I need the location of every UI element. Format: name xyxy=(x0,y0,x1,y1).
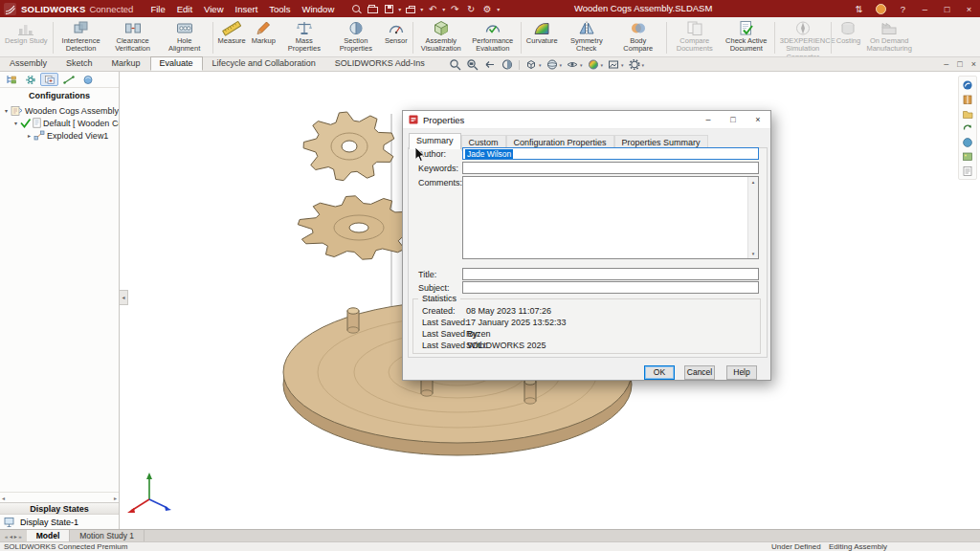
ribbon-tool-curvature[interactable]: Curvature xyxy=(523,18,561,56)
save-dropdown-caret[interactable]: ▾ xyxy=(398,6,401,12)
dialog-maximize-button[interactable]: □ xyxy=(721,111,746,129)
ribbon-tool-markup[interactable]: Markup xyxy=(249,18,278,56)
comments-scrollbar[interactable]: ▴▾ xyxy=(747,177,758,258)
tree-item-configuration-root[interactable]: ▾ Wooden Cogs Assembly Configu xyxy=(0,104,119,117)
dialog-minimize-button[interactable]: – xyxy=(696,111,721,129)
tab-lifecycle-and-collaboration[interactable]: Lifecycle and Collaboration xyxy=(203,56,325,71)
zoom-fit-icon[interactable] xyxy=(448,58,463,72)
expand-caret-icon[interactable]: ▾ xyxy=(11,120,20,126)
tab-motion-study-1[interactable]: Motion Study 1 xyxy=(70,530,145,541)
open-icon[interactable] xyxy=(366,2,379,15)
tree-item-default-configuration[interactable]: ▾ Default [ Wooden Cogs A xyxy=(0,117,119,129)
title-input[interactable] xyxy=(462,268,759,280)
design-library-icon[interactable] xyxy=(960,93,975,105)
display-state-item[interactable]: Display State-1 xyxy=(0,515,119,529)
ribbon-tool-mass-properties[interactable]: Mass Properties xyxy=(278,18,330,56)
ribbon-tool-sensor[interactable]: Sensor xyxy=(382,18,411,56)
tab-scroll-arrows[interactable]: « ◂ ▸ » xyxy=(0,530,27,541)
doc-restore-icon[interactable]: □ xyxy=(957,59,962,69)
dialog-close-button[interactable]: × xyxy=(746,111,770,129)
appearances-icon[interactable] xyxy=(960,136,975,148)
section-view-icon[interactable] xyxy=(500,58,515,72)
ribbon-tool-performance-evaluation[interactable]: Performance Evaluation xyxy=(467,18,519,56)
previous-view-icon[interactable] xyxy=(482,58,498,72)
apply-scene-icon[interactable]: ▾ xyxy=(606,58,625,72)
ok-button[interactable]: OK xyxy=(644,365,675,380)
feature-tree-tab-icon[interactable] xyxy=(2,73,20,86)
help-button[interactable]: Help xyxy=(726,365,757,380)
tab-model[interactable]: Model xyxy=(27,530,71,541)
sync-status-icon[interactable] xyxy=(960,121,975,134)
undo-icon[interactable]: ↶ xyxy=(426,2,439,15)
options-icon[interactable]: ⚙ xyxy=(480,2,494,15)
configuration-manager-tab-icon[interactable] xyxy=(40,73,58,86)
scenes-icon[interactable] xyxy=(960,150,975,163)
dimxpert-manager-tab-icon[interactable] xyxy=(59,73,78,86)
dialog-titlebar[interactable]: Properties – □ × xyxy=(403,111,770,129)
tab-assembly[interactable]: Assembly xyxy=(0,56,56,71)
scroll-left-icon[interactable]: ◂ xyxy=(2,495,5,501)
menu-tools[interactable]: Tools xyxy=(263,2,296,16)
menu-insert[interactable]: Insert xyxy=(230,2,264,16)
search-icon[interactable] xyxy=(349,2,363,15)
minimize-button[interactable]: – xyxy=(914,4,936,14)
3dexperience-icon[interactable] xyxy=(960,78,975,91)
save-icon[interactable] xyxy=(382,2,395,15)
ribbon-tool-on-demand-manufacturing[interactable]: On Demand Manufacturing xyxy=(863,18,915,56)
view-orientation-icon[interactable]: ▾ xyxy=(523,58,543,72)
view-settings-icon[interactable]: ▾ xyxy=(627,58,646,72)
ribbon-tool-measure[interactable]: Measure xyxy=(215,18,249,56)
tree-item-exploded-view[interactable]: ▸ Exploded View1 xyxy=(0,129,119,142)
custom-properties-icon[interactable] xyxy=(960,165,975,177)
ribbon-tool-costing[interactable]: Costing xyxy=(834,18,863,56)
collapsed-caret-icon[interactable]: ▸ xyxy=(25,132,33,139)
user-avatar[interactable] xyxy=(876,4,886,14)
print-icon[interactable] xyxy=(404,2,417,15)
display-manager-tab-icon[interactable] xyxy=(78,73,97,86)
rebuild-icon[interactable]: ↻ xyxy=(464,2,478,15)
edit-appearance-icon[interactable]: ▾ xyxy=(586,58,605,72)
ribbon-tool-assembly-visualization[interactable]: Assembly Visualization xyxy=(415,18,467,56)
ribbon-tool-section-properties[interactable]: Section Properties xyxy=(330,18,382,56)
menu-window[interactable]: Window xyxy=(296,2,340,16)
tab-solidworks-add-ins[interactable]: SOLIDWORKS Add-Ins xyxy=(325,56,434,71)
undo-dropdown-caret[interactable]: ▾ xyxy=(442,6,445,12)
file-explorer-icon[interactable] xyxy=(960,107,975,120)
hide-show-items-icon[interactable]: ▾ xyxy=(565,58,584,72)
display-style-icon[interactable]: ▾ xyxy=(545,58,564,72)
ribbon-tool-design-study[interactable]: Design Study xyxy=(2,18,51,56)
ribbon-tool-hole-alignment[interactable]: Hole Alignment xyxy=(159,18,211,56)
doc-close-icon[interactable]: × xyxy=(971,59,976,69)
zoom-area-icon[interactable] xyxy=(465,58,480,72)
menu-file[interactable]: File xyxy=(145,2,170,16)
redo-icon[interactable]: ↷ xyxy=(448,2,461,15)
scroll-right-icon[interactable]: ▸ xyxy=(114,495,117,501)
ribbon-tool-check-active-document[interactable]: Check Active Document xyxy=(721,18,772,56)
tab-sketch[interactable]: Sketch xyxy=(56,56,102,71)
subject-input[interactable] xyxy=(462,281,759,294)
ribbon-tool-symmetry-check[interactable]: Symmetry Check xyxy=(561,18,612,56)
property-manager-tab-icon[interactable] xyxy=(21,73,39,86)
keywords-input[interactable] xyxy=(462,162,759,174)
expand-caret-icon[interactable]: ▾ xyxy=(2,107,11,114)
print-dropdown-caret[interactable]: ▾ xyxy=(420,6,423,12)
maximize-button[interactable]: □ xyxy=(936,4,958,14)
cancel-button[interactable]: Cancel xyxy=(684,365,715,380)
ribbon-tool-clearance-verification[interactable]: Clearance Verification xyxy=(107,18,159,56)
ribbon-tool-interference-detection[interactable]: Interference Detection xyxy=(56,18,107,56)
comments-textarea[interactable]: ▴▾ xyxy=(462,176,759,259)
scroll-up-icon[interactable]: ▴ xyxy=(752,179,755,185)
ribbon-tool-3dexperience-simulation-connector[interactable]: 3DEXPERIENCE Simulation Connector xyxy=(777,18,829,56)
options-dropdown-caret[interactable]: ▾ xyxy=(497,6,500,12)
scroll-down-icon[interactable]: ▾ xyxy=(752,251,755,256)
sync-icon[interactable]: ⇅ xyxy=(848,4,870,14)
panel-horizontal-scrollbar[interactable]: ◂ ▸ xyxy=(0,492,119,502)
ribbon-tool-body-compare[interactable]: Body Compare xyxy=(612,18,664,56)
tab-evaluate[interactable]: Evaluate xyxy=(150,56,203,71)
doc-minimize-icon[interactable]: – xyxy=(944,59,948,69)
tab-markup[interactable]: Markup xyxy=(102,56,150,71)
author-input[interactable]: Jade Wilson xyxy=(462,147,759,160)
menu-view[interactable]: View xyxy=(198,2,229,16)
help-icon[interactable]: ? xyxy=(892,4,914,14)
menu-edit[interactable]: Edit xyxy=(171,2,198,16)
